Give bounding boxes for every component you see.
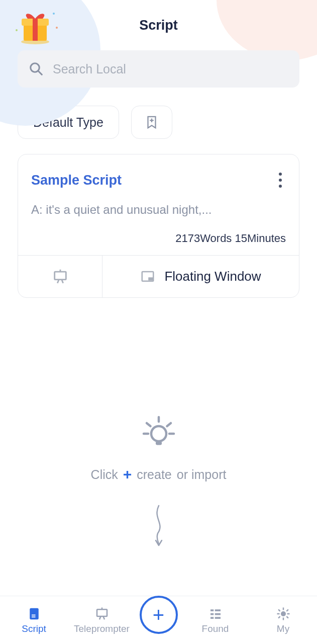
script-preview: A: it's a quiet and unusual night,... [31,203,286,217]
board-mode-button[interactable] [18,256,102,297]
floating-window-label: Floating Window [164,269,261,284]
script-stats: 2173Words 15Minutes [31,232,286,245]
script-card: Sample Script A: it's a quiet and unusua… [18,154,299,298]
search-bar[interactable] [18,50,299,88]
search-icon [29,61,44,76]
dot-icon [279,179,282,182]
nav-teleprompter-label: Teleprompter [74,623,130,634]
script-card-body[interactable]: Sample Script A: it's a quiet and unusua… [18,154,299,255]
lightbulb-icon [141,413,177,449]
board-icon [52,268,69,285]
svg-rect-38 [282,607,284,610]
arrow-down-icon [149,503,169,550]
add-category-button[interactable] [131,106,172,139]
dot-icon [279,185,282,188]
hint-create: create [137,467,171,482]
bookmark-plus-icon [144,115,159,130]
page-title: Script [139,18,178,33]
script-title: Sample Script [31,173,122,188]
add-script-fab[interactable]: + [140,596,178,634]
nav-teleprompter[interactable]: Teleprompter [72,606,132,634]
more-menu-button[interactable] [275,169,286,192]
search-input[interactable] [53,62,288,76]
hint-text: Click + create or import [91,466,227,483]
empty-hint: Click + create or import [0,413,317,550]
script-icon [27,606,42,621]
svg-line-20 [167,423,171,426]
svg-rect-24 [30,608,39,619]
svg-point-5 [56,27,58,29]
nav-my-label: My [277,623,289,634]
svg-rect-35 [210,617,214,619]
svg-rect-34 [215,613,220,615]
svg-rect-44 [278,616,280,618]
nav-found[interactable]: Found [185,606,246,634]
svg-point-6 [16,29,18,31]
teleprompter-icon [94,606,110,621]
svg-rect-40 [277,613,279,614]
svg-rect-16 [149,277,153,280]
svg-rect-36 [215,617,220,619]
dot-icon [279,173,282,176]
nav-my[interactable]: My [253,606,313,634]
svg-rect-45 [286,609,288,611]
svg-rect-41 [287,613,289,614]
svg-point-37 [281,611,286,616]
hint-click: Click [91,467,118,482]
svg-rect-3 [33,19,38,41]
nav-found-label: Found [202,623,229,634]
svg-point-4 [53,13,55,15]
plus-icon: + [153,605,164,625]
nav-script-label: Script [22,623,46,634]
svg-line-19 [147,423,151,426]
hint-plus: + [123,466,132,483]
svg-rect-43 [286,616,288,618]
svg-rect-23 [156,441,162,445]
svg-point-17 [151,426,166,441]
found-icon [208,606,223,621]
gift-icon[interactable] [13,8,60,47]
svg-line-8 [38,71,42,75]
svg-rect-33 [210,613,214,615]
nav-script[interactable]: Script [4,606,64,634]
svg-rect-11 [54,272,66,280]
floating-window-button[interactable]: Floating Window [102,256,299,297]
svg-rect-32 [215,609,220,611]
hint-or-import: or import [177,467,227,482]
svg-rect-39 [282,617,284,620]
svg-rect-42 [278,609,280,611]
floating-window-icon [140,269,155,284]
svg-rect-27 [97,609,107,616]
gear-icon [276,606,291,621]
svg-rect-31 [210,609,214,611]
